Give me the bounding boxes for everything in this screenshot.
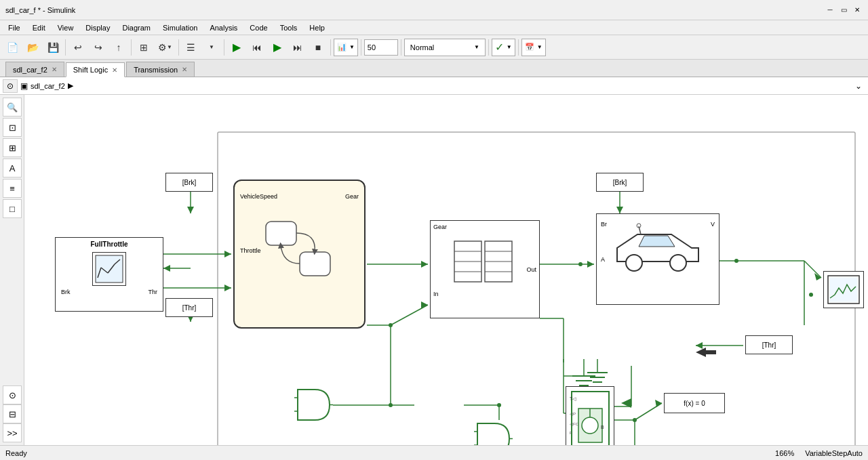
ready-status: Ready [5,449,27,457]
brk-goto-block[interactable]: [Brk] [165,173,213,192]
svg-rect-62 [96,255,123,283]
menu-analysis[interactable]: Analysis [204,22,243,33]
svg-text:◁P: ◁P [570,412,576,416]
minimize-button[interactable]: ─ [825,5,835,16]
new-button[interactable]: 📄 [3,38,22,57]
svg-marker-4 [163,265,170,272]
play-button[interactable]: ▶ [268,38,287,57]
transmission-svg [451,228,519,295]
thr-from-block[interactable]: [Thr] [745,335,793,354]
tab-shift-logic[interactable]: Shift Logic ✕ [66,62,125,77]
step-forward-button[interactable]: ⏭ [288,38,307,57]
border-button[interactable]: □ [3,199,22,218]
fcn-label: f(x) = 0 [684,400,705,407]
menu-file[interactable]: File [3,22,26,33]
trans-in-port: In [433,291,439,297]
separator-7 [401,39,401,56]
separator-4 [224,39,224,56]
menu-simulation[interactable]: Simulation [157,22,203,33]
svg-rect-103 [706,350,716,354]
zoom-in-button[interactable]: 🔍 [3,98,22,117]
and-gate-2-block[interactable] [474,420,513,445]
maximize-button[interactable]: ▭ [838,5,849,16]
sim-time-input[interactable] [364,39,398,56]
model-browser-dropdown[interactable]: ▼ [202,38,221,57]
menu-help[interactable]: Help [304,22,330,33]
svg-marker-102 [696,348,706,357]
scope-dropdown[interactable]: 📊 ▼ [334,39,358,56]
scope-icon: 📊 [337,43,347,51]
tab-bar: sdl_car_f2 ✕ Shift Logic ✕ Transmission … [0,60,868,77]
zoom-status: 166% [775,449,794,457]
menu-display[interactable]: Display [80,22,115,33]
expand-sidebar-button[interactable]: >> [3,423,22,442]
menu-code[interactable]: Code [244,22,273,33]
bottom-btn2[interactable]: ⊟ [3,404,22,423]
svg-marker-16 [587,261,594,268]
svg-marker-21 [814,273,821,280]
sim-mode-label: Normal [410,43,434,51]
menu-diagram[interactable]: Diagram [117,22,156,33]
sim-mode-dropdown[interactable]: Normal ▼ [404,39,486,56]
vehicle-block[interactable]: Br A V [596,213,719,305]
up-button[interactable]: ↑ [109,38,128,57]
tab-transmission[interactable]: Transmission ✕ [126,62,195,77]
menu-tools[interactable]: Tools [275,22,303,33]
status-bar: Ready 166% VariableStepAuto [0,445,868,460]
model-browser-button[interactable]: ☰ [182,38,201,57]
vehicle-br-port: Br [601,221,607,228]
transmission-block[interactable]: Gear In Out [430,220,540,318]
annotation-button[interactable]: A [3,159,22,177]
library-button[interactable]: ⊞ [134,38,153,57]
redo-button[interactable]: ↪ [89,38,108,57]
close-button[interactable]: ✕ [852,5,863,16]
full-throttle-block[interactable]: FullThrottle Brk Thr [55,237,163,312]
svg-point-28 [389,403,393,407]
fcn-block[interactable]: f(x) = 0 [664,393,725,413]
run-button[interactable]: ▶ [227,38,246,57]
tab-shift-logic-label: Shift Logic [73,66,108,74]
open-button[interactable]: 📂 [23,38,42,57]
bottom-btn1[interactable]: ⊙ [3,385,22,404]
settings-button[interactable]: ⚙ ▼ [155,38,176,57]
sl-output-labels: Gear [345,193,359,254]
svg-point-60 [578,262,583,266]
grid-button[interactable]: ⊞ [3,138,22,157]
svg-text:◁FC: ◁FC [570,422,579,426]
step-back-button[interactable]: ⏮ [248,38,267,57]
expand-button[interactable]: ⌄ [852,79,865,93]
engine-block[interactable]: T◁ ◁P ◁FC F B [566,386,614,445]
status-left: Ready [5,449,27,457]
breadcrumb-root[interactable]: sdl_car_f2 [31,82,65,90]
t-arrow-svg [696,346,716,359]
menu-view[interactable]: View [52,22,79,33]
stop-button[interactable]: ■ [309,38,328,57]
calendar-dropdown[interactable]: 📅 ▼ [521,39,546,56]
thr-goto-block[interactable]: [Thr] [165,298,213,317]
tab-sdl-car-label: sdl_car_f2 [13,66,47,74]
undo-button[interactable]: ↩ [68,38,87,57]
hide-button[interactable]: ≡ [3,179,22,198]
full-throttle-title: FullThrottle [91,241,128,248]
sl-gear-label: Gear [345,193,359,200]
and-gate-block[interactable] [294,386,333,423]
tab-transmission-close[interactable]: ✕ [182,66,187,73]
fit-button[interactable]: ⊡ [3,118,22,137]
solver-status: VariableStepAuto [805,449,863,457]
canvas: [Brk] [Thr] FullThrottle Brk Thr [24,95,868,445]
brk-from-block[interactable]: [Brk] [596,173,644,192]
svg-point-32 [497,403,501,407]
brk-goto-label: [Brk] [182,179,197,186]
save-button[interactable]: 💾 [43,38,62,57]
tab-sdl-car[interactable]: sdl_car_f2 ✕ [5,62,64,77]
check-dropdown[interactable]: ✓ ▼ [492,39,515,56]
menu-edit[interactable]: Edit [27,22,51,33]
tab-sdl-car-close[interactable]: ✕ [52,66,57,73]
shift-logic-block[interactable]: VehicleSpeed Throttle Gear [233,180,366,329]
and-gate-2-svg [474,420,513,445]
nav-back-button[interactable]: ⊙ [3,79,18,93]
tab-shift-logic-close[interactable]: ✕ [112,66,117,74]
scope-block[interactable] [823,271,864,308]
thr-port-label: Thr [149,289,158,295]
svg-point-78 [670,255,686,271]
